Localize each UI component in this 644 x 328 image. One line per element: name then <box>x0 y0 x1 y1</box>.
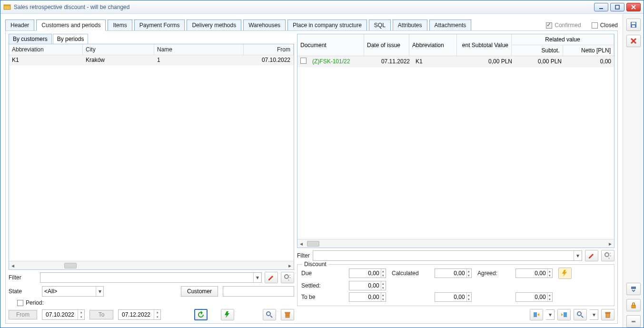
scroll-right-icon[interactable]: ▸ <box>606 240 614 247</box>
tobe-field-2[interactable]: ▴▾ <box>435 292 472 302</box>
lightning-button[interactable] <box>221 309 234 320</box>
search-button-right[interactable] <box>574 309 587 320</box>
tab-attributes[interactable]: Attributes <box>393 20 427 31</box>
tab-delivery-methods[interactable]: Delivery methods <box>187 20 241 31</box>
col-from[interactable]: From <box>244 44 294 55</box>
close-button[interactable] <box>626 3 641 11</box>
tab-customers-periods[interactable]: Customers and periods <box>36 20 106 31</box>
subtab-by-periods[interactable]: By periods <box>53 34 89 44</box>
save-button[interactable] <box>626 19 641 31</box>
to-date[interactable]: ▴▾ <box>118 309 161 320</box>
scroll-thumb[interactable] <box>307 241 319 247</box>
from-date-input[interactable] <box>42 311 78 318</box>
filter-edit-button[interactable] <box>265 272 278 283</box>
refresh-button[interactable] <box>194 309 208 320</box>
period-checkbox[interactable]: Period: <box>17 299 44 306</box>
from-button[interactable]: From <box>9 310 37 319</box>
settled-label: Settled: <box>301 282 344 289</box>
period-label: Period: <box>26 299 44 306</box>
closed-checkbox[interactable]: Closed <box>592 22 618 29</box>
tobe-field-1[interactable]: ▴▾ <box>349 292 386 302</box>
col-subtotal-value[interactable]: ent Subtotal Value <box>457 34 512 56</box>
due-field[interactable]: ▴▾ <box>349 268 386 278</box>
calculated-field[interactable]: ▴▾ <box>435 268 472 278</box>
scroll-right-icon[interactable]: ▸ <box>286 262 294 269</box>
table-row[interactable]: (Z)FSK-101/22 07.11.2022 K1 0,00 PLN 0,0… <box>297 56 614 67</box>
cell-abbr: K1 <box>9 55 83 65</box>
delete-button[interactable] <box>281 309 294 320</box>
collapse-button[interactable] <box>626 315 641 328</box>
spin-down-icon[interactable]: ▾ <box>78 315 84 319</box>
lock-button[interactable] <box>626 299 641 311</box>
col-date[interactable]: Date of issue <box>364 34 409 56</box>
filter-combo[interactable]: ▾ <box>40 272 262 283</box>
tobe-field-3[interactable]: ▴▾ <box>515 292 553 302</box>
scroll-thumb[interactable] <box>64 263 77 268</box>
svg-rect-21 <box>632 22 635 24</box>
svg-rect-19 <box>605 312 610 313</box>
to-date-input[interactable] <box>119 311 154 318</box>
chevron-down-icon[interactable]: ▾ <box>96 287 103 296</box>
spin-up-icon[interactable]: ▴ <box>154 310 160 315</box>
col-netto[interactable]: Netto [PLN] <box>563 45 614 56</box>
maximize-button[interactable] <box>610 3 624 11</box>
chevron-down-icon[interactable]: ▾ <box>574 251 582 260</box>
filter-settings-button-right[interactable] <box>601 250 614 261</box>
col-abbr[interactable]: Abbreviation <box>409 34 457 56</box>
state-input[interactable] <box>42 287 96 296</box>
row-checkbox[interactable] <box>300 58 307 64</box>
documents-grid[interactable]: Document Date of issue Abbreviation ent … <box>297 34 614 248</box>
spin-down-icon[interactable]: ▾ <box>154 315 160 319</box>
tab-items[interactable]: Items <box>108 20 132 31</box>
tab-sql[interactable]: SQL <box>369 20 391 31</box>
customer-button[interactable]: Customer <box>181 286 218 297</box>
filter-settings-button[interactable] <box>281 272 294 283</box>
minimize-button[interactable] <box>594 3 608 11</box>
tab-company-structure[interactable]: Place in company structure <box>287 20 367 31</box>
checkbox-icon[interactable] <box>17 300 23 306</box>
filter-combo-right[interactable]: ▾ <box>313 250 582 261</box>
export-dropdown[interactable]: ▾ <box>546 309 555 320</box>
customers-grid[interactable]: Abbreviation City Name From K1 Kraków 1 … <box>9 44 294 270</box>
grid-hscroll-right[interactable]: ◂ ▸ <box>297 239 614 248</box>
col-abbreviation[interactable]: Abbreviation <box>9 44 83 55</box>
tab-payment-forms[interactable]: Payment Forms <box>134 20 185 31</box>
customer-input[interactable] <box>223 286 294 297</box>
spin-up-icon[interactable]: ▴ <box>78 310 84 315</box>
scroll-left-icon[interactable]: ◂ <box>9 262 17 269</box>
subtab-by-customers[interactable]: By customers <box>9 34 52 44</box>
filter-input-right[interactable] <box>313 251 574 260</box>
delete-button-right[interactable] <box>601 309 614 320</box>
expand-down-button[interactable] <box>626 283 641 295</box>
settled-field[interactable]: ▴▾ <box>349 281 386 290</box>
chevron-down-icon[interactable]: ▾ <box>253 273 261 282</box>
svg-point-5 <box>285 275 288 278</box>
col-city[interactable]: City <box>83 44 154 55</box>
cancel-button[interactable] <box>626 35 641 47</box>
doc-link[interactable]: (Z)FSK-101/22 <box>309 57 367 66</box>
col-group-related[interactable]: Related value <box>512 34 614 45</box>
tab-header[interactable]: Header <box>5 20 34 31</box>
search-dropdown[interactable]: ▾ <box>590 309 598 320</box>
lightning-icon[interactable] <box>558 268 572 279</box>
col-subtot[interactable]: Subtot. <box>512 45 563 56</box>
tab-warehouses[interactable]: Warehouses <box>243 20 286 31</box>
col-name[interactable]: Name <box>154 44 244 55</box>
export-right-button[interactable] <box>557 309 571 320</box>
svg-rect-14 <box>534 312 537 317</box>
search-button[interactable] <box>263 309 276 320</box>
col-document[interactable]: Document <box>297 34 364 56</box>
grid-hscroll[interactable]: ◂ ▸ <box>9 261 294 269</box>
scroll-left-icon[interactable]: ◂ <box>297 240 305 247</box>
to-button[interactable]: To <box>89 310 113 319</box>
tab-attachments[interactable]: Attachments <box>429 20 472 31</box>
calculated-label: Calculated <box>392 270 430 277</box>
table-row[interactable]: K1 Kraków 1 07.10.2022 <box>9 55 294 65</box>
state-combo[interactable]: ▾ <box>42 286 104 297</box>
filter-edit-button-right[interactable] <box>585 250 598 261</box>
checkbox-icon[interactable] <box>592 22 598 29</box>
agreed-field[interactable]: ▴▾ <box>515 268 553 278</box>
filter-input[interactable] <box>40 273 253 282</box>
from-date[interactable]: ▴▾ <box>42 309 85 320</box>
export-left-button[interactable] <box>530 309 543 320</box>
